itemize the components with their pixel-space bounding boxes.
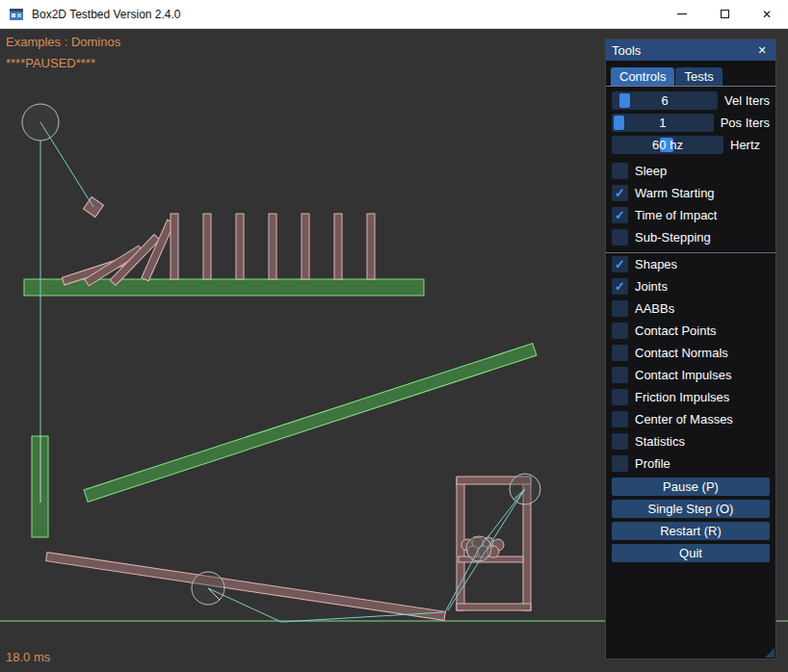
checkbox-center-of-masses[interactable]: Center of Masses (612, 411, 770, 427)
checkbox-box[interactable] (612, 163, 628, 179)
checkbox-label: AABBs (635, 301, 674, 316)
checkbox-box[interactable] (612, 300, 628, 317)
domino[interactable] (334, 214, 342, 279)
pause-button[interactable]: Pause (P) (612, 478, 770, 496)
close-button[interactable]: ✕ (746, 0, 788, 29)
checkbox-label: Sleep (635, 164, 667, 178)
tab-tests[interactable]: Tests (675, 67, 722, 86)
tools-close-button[interactable]: ✕ (754, 42, 770, 58)
window-title: Box2D Testbed Version 2.4.0 (32, 8, 661, 21)
domino[interactable] (302, 214, 309, 279)
separator (606, 252, 775, 253)
checkbox-box[interactable] (612, 455, 628, 472)
checkbox-label: Joints (635, 279, 668, 294)
domino[interactable] (171, 214, 178, 279)
checkbox-profile[interactable]: Profile (612, 455, 770, 472)
tools-panel-titlebar[interactable]: Tools ✕ (606, 39, 775, 61)
checkbox-label: Profile (635, 456, 670, 471)
pos-iters-value: 1 (612, 114, 714, 132)
checkbox-label: Contact Points (635, 323, 717, 338)
distance-joint (40, 122, 93, 207)
checkbox-aabbs[interactable]: AABBs (612, 300, 770, 317)
slider-row-vel-iters: 6 Vel Iters (612, 91, 770, 110)
checkbox-box[interactable]: ✓ (612, 278, 628, 295)
app-icon (9, 7, 24, 22)
checkbox-box[interactable] (612, 411, 628, 427)
close-icon: ✕ (762, 9, 772, 20)
slider-row-pos-iters: 1 Pos Iters (612, 114, 770, 132)
example-label: Examples : Dominos (6, 35, 120, 49)
quit-button[interactable]: Quit (612, 544, 770, 562)
vel-iters-value: 6 (612, 91, 718, 110)
tab-controls[interactable]: Controls (611, 67, 674, 86)
checkbox-label: Warm Starting (635, 186, 715, 200)
checkbox-box[interactable] (612, 345, 628, 361)
checkbox-statistics[interactable]: Statistics (612, 433, 770, 450)
checkbox-box[interactable] (612, 229, 628, 246)
checkbox-contact-impulses[interactable]: Contact Impulses (612, 367, 770, 383)
domino[interactable] (367, 214, 375, 279)
checkbox-friction-impulses[interactable]: Friction Impulses (612, 389, 770, 405)
domino[interactable] (203, 214, 211, 279)
platform-shelf (24, 279, 424, 296)
frame-time-label: 18.0 ms (6, 650, 50, 664)
checkbox-contact-points[interactable]: Contact Points (612, 323, 770, 339)
vel-iters-label: Vel Iters (724, 93, 770, 108)
domino[interactable] (269, 214, 276, 279)
checkbox-label: Sub-Stepping (635, 230, 711, 245)
checkbox-joints[interactable]: ✓ Joints (612, 278, 770, 295)
paused-label: ****PAUSED**** (6, 56, 95, 70)
checkbox-label: Time of Impact (635, 208, 717, 222)
checkbox-contact-normals[interactable]: Contact Normals (612, 345, 770, 361)
checkbox-label: Shapes (635, 257, 677, 271)
checkbox-label: Contact Normals (635, 346, 728, 360)
checkbox-box[interactable]: ✓ (612, 185, 628, 201)
window-titlebar: Box2D Testbed Version 2.4.0 ✕ (0, 0, 788, 29)
app-window: Box2D Testbed Version 2.4.0 ✕ (0, 0, 788, 672)
tools-panel-title: Tools (612, 43, 754, 58)
tools-panel: Tools ✕ Controls Tests 6 Vel Iters (605, 39, 776, 659)
checkbox-label: Contact Impulses (635, 368, 731, 382)
pos-iters-slider[interactable]: 1 (612, 114, 714, 132)
checkbox-sleep[interactable]: Sleep (612, 163, 770, 179)
tools-panel-body: 6 Vel Iters 1 Pos Iters (606, 87, 775, 562)
minimize-button[interactable] (661, 0, 703, 29)
tools-tabbar: Controls Tests (606, 67, 775, 87)
checkbox-box[interactable] (612, 367, 628, 383)
checkbox-shapes[interactable]: ✓ Shapes (612, 256, 770, 272)
maximize-icon (721, 10, 729, 18)
checkbox-box[interactable] (612, 323, 628, 339)
domino[interactable] (236, 214, 244, 279)
checkbox-sub-stepping[interactable]: Sub-Stepping (612, 229, 770, 246)
hertz-slider[interactable]: 60 hz (612, 136, 723, 154)
single-step-button[interactable]: Single Step (O) (612, 500, 770, 518)
window-controls: ✕ (661, 0, 788, 29)
pos-iters-label: Pos Iters (721, 116, 770, 130)
checkbox-box[interactable] (612, 389, 628, 405)
checkbox-label: Statistics (635, 434, 685, 449)
maximize-button[interactable] (703, 0, 746, 29)
simulation-canvas[interactable]: Examples : Dominos ****PAUSED**** 18.0 m… (0, 29, 788, 672)
checkbox-warm-starting[interactable]: ✓ Warm Starting (612, 185, 770, 201)
checkbox-box[interactable]: ✓ (612, 207, 628, 223)
seesaw-plank[interactable] (46, 553, 446, 621)
hertz-label: Hertz (730, 138, 760, 152)
checkbox-time-of-impact[interactable]: ✓ Time of Impact (612, 207, 770, 223)
restart-button[interactable]: Restart (R) (612, 522, 770, 540)
minimize-icon (677, 13, 687, 14)
checkbox-label: Friction Impulses (635, 390, 729, 404)
hertz-value: 60 hz (612, 136, 723, 154)
resize-grip[interactable] (765, 648, 775, 658)
frame-bottom-bar[interactable] (457, 604, 531, 610)
checkbox-label: Center of Masses (635, 412, 733, 426)
vel-iters-slider[interactable]: 6 (612, 91, 718, 110)
slider-row-hertz: 60 hz Hertz (612, 136, 770, 154)
checkbox-box[interactable] (612, 433, 628, 450)
checkbox-box[interactable]: ✓ (612, 256, 628, 272)
distance-joint (479, 489, 525, 549)
